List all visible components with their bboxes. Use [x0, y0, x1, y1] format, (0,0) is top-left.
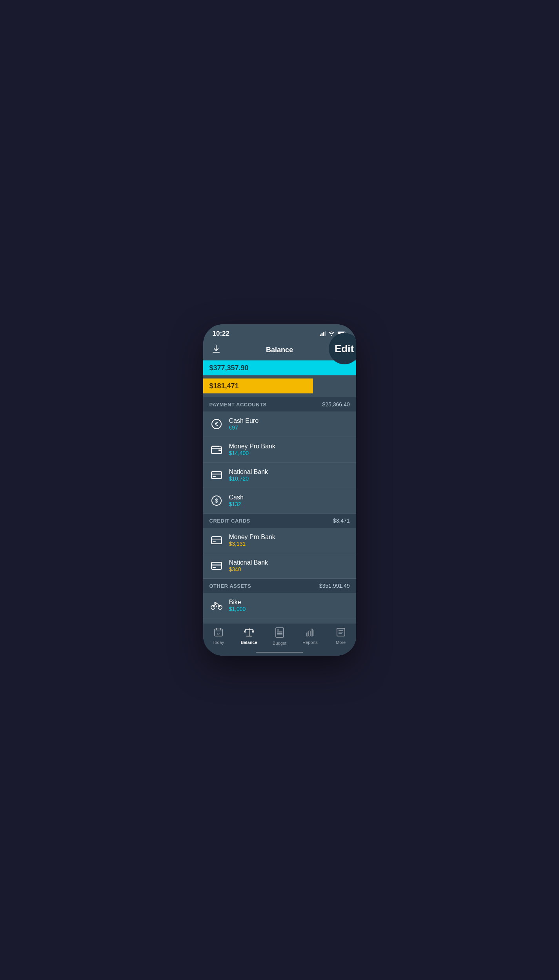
account-balance: $340 — [229, 566, 268, 572]
account-national-bank-credit[interactable]: National Bank $340 — [203, 553, 356, 579]
account-name: Money Pro Bank — [229, 443, 275, 450]
budget-icon — [275, 627, 284, 639]
card-icon — [209, 533, 224, 547]
status-time: 10:22 — [213, 330, 229, 338]
credit-cards-title: CREDIT CARDS — [209, 518, 250, 524]
account-bike[interactable]: Bike $1,000 — [203, 593, 356, 618]
edit-label: Edit — [335, 343, 354, 355]
svg-rect-6 — [213, 352, 220, 353]
bike-icon — [209, 598, 224, 612]
account-money-pro-bank-payment[interactable]: Money Pro Bank $14,400 — [203, 437, 356, 463]
tab-budget[interactable]: Budget — [264, 627, 295, 645]
payment-accounts-title: PAYMENT ACCOUNTS — [209, 402, 267, 408]
tab-more[interactable]: More — [326, 627, 356, 645]
net-balance-bar: $181,471 — [203, 378, 313, 393]
svg-rect-46 — [277, 633, 282, 634]
account-name: Bike — [229, 599, 246, 606]
account-cash[interactable]: $ Cash $132 — [203, 488, 356, 514]
tab-reports-label: Reports — [302, 640, 318, 645]
svg-rect-50 — [311, 629, 313, 636]
credit-cards-total: $3,471 — [333, 517, 350, 524]
account-money-pro-bank-credit[interactable]: Money Pro Bank $3,131 — [203, 528, 356, 553]
net-balance-amount: $181,471 — [209, 382, 239, 390]
card-icon — [209, 468, 224, 482]
tab-today[interactable]: 20 Today — [203, 627, 234, 645]
account-balance: €97 — [229, 424, 259, 431]
svg-rect-45 — [277, 631, 282, 633]
signal-icon — [320, 331, 326, 336]
svg-rect-18 — [213, 541, 216, 542]
svg-rect-48 — [306, 633, 308, 636]
tab-balance-label: Balance — [240, 640, 257, 645]
account-name: National Bank — [229, 559, 268, 566]
svg-rect-47 — [277, 629, 279, 631]
account-national-bank-payment[interactable]: National Bank $10,720 — [203, 463, 356, 488]
total-balance-bar: $377,357.90 — [203, 360, 356, 375]
svg-rect-17 — [211, 539, 222, 540]
svg-rect-49 — [309, 631, 310, 636]
svg-point-24 — [215, 602, 216, 604]
scale-icon — [244, 627, 254, 638]
svg-rect-20 — [211, 564, 222, 566]
account-balance: $10,720 — [229, 475, 268, 482]
account-balance: $14,400 — [229, 450, 275, 456]
svg-rect-10 — [219, 450, 221, 451]
account-cash-euro[interactable]: € Cash Euro €97 — [203, 411, 356, 437]
tab-today-label: Today — [213, 640, 224, 645]
total-balance-amount: $377,357.90 — [209, 364, 249, 372]
header-title: Balance — [266, 346, 293, 354]
svg-rect-12 — [211, 474, 222, 475]
account-name: National Bank — [229, 468, 268, 475]
wifi-icon — [328, 331, 335, 336]
tab-reports[interactable]: Reports — [295, 627, 326, 645]
payment-accounts-header: PAYMENT ACCOUNTS $25,366.40 — [203, 397, 356, 411]
svg-rect-0 — [320, 335, 321, 336]
svg-rect-2 — [323, 332, 324, 336]
reports-icon — [306, 627, 315, 638]
card-icon — [209, 559, 224, 573]
dollar-icon: $ — [209, 494, 224, 508]
other-assets-total: $351,991.49 — [319, 583, 350, 589]
account-balance: $3,131 — [229, 541, 275, 547]
other-assets-title: OTHER ASSETS — [209, 583, 251, 589]
phone-frame: 10:22 — [203, 324, 356, 656]
account-name: Cash Euro — [229, 417, 259, 424]
payment-accounts-total: $25,366.40 — [322, 401, 350, 408]
download-icon — [211, 344, 221, 354]
tab-more-label: More — [336, 640, 346, 645]
more-icon — [336, 627, 346, 638]
svg-rect-21 — [213, 567, 216, 568]
credit-cards-header: CREDIT CARDS $3,471 — [203, 514, 356, 528]
svg-rect-51 — [313, 630, 314, 636]
svg-text:€: € — [215, 421, 218, 427]
accounts-list: PAYMENT ACCOUNTS $25,366.40 € Cash Euro … — [203, 397, 356, 642]
calendar-icon: 20 — [214, 627, 223, 638]
svg-rect-3 — [325, 331, 326, 336]
tab-bar: 20 Today Balance — [203, 623, 356, 656]
svg-text:$: $ — [215, 497, 218, 504]
tab-balance[interactable]: Balance — [234, 627, 264, 645]
home-indicator — [256, 652, 303, 653]
svg-text:20: 20 — [217, 633, 220, 636]
edit-button[interactable]: Edit — [329, 333, 356, 364]
account-balance: $132 — [229, 501, 244, 507]
euro-icon: € — [209, 417, 224, 431]
wallet-icon — [209, 442, 224, 457]
download-button[interactable] — [211, 344, 221, 356]
account-name: Cash — [229, 494, 244, 501]
account-balance: $1,000 — [229, 606, 246, 612]
header: Balance Edit — [203, 341, 356, 360]
account-name: Money Pro Bank — [229, 534, 275, 541]
balance-bars: $377,357.90 $181,471 — [203, 360, 356, 397]
other-assets-header: OTHER ASSETS $351,991.49 — [203, 579, 356, 593]
svg-rect-13 — [213, 476, 216, 477]
tab-budget-label: Budget — [273, 641, 286, 645]
svg-rect-1 — [321, 333, 322, 336]
